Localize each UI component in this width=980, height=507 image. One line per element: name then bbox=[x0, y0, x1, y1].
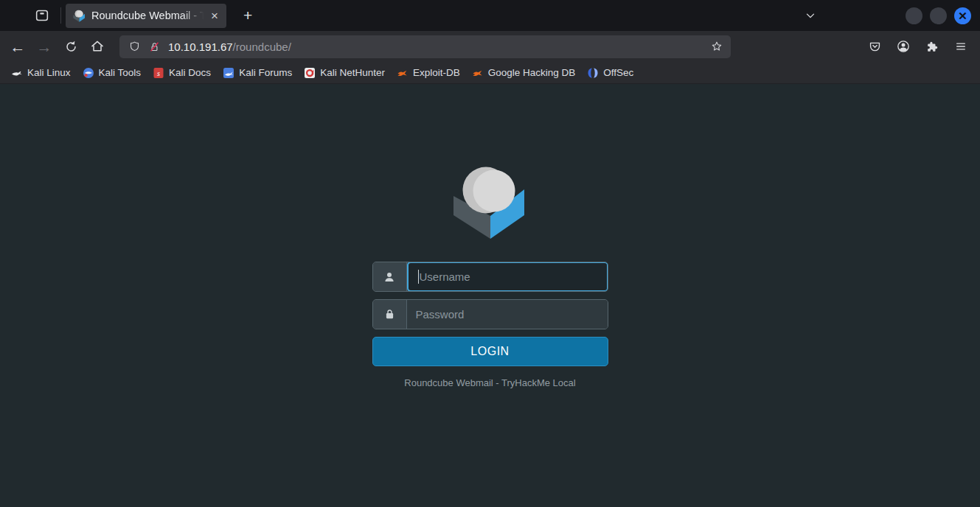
new-tab-button[interactable]: + bbox=[237, 5, 259, 26]
toolbar-separator bbox=[60, 7, 61, 24]
url-path: /roundcube/ bbox=[233, 41, 291, 53]
login-button[interactable]: LOGIN bbox=[372, 337, 608, 366]
back-button[interactable]: ← bbox=[6, 35, 29, 57]
bookmark-label: Exploit-DB bbox=[413, 67, 460, 78]
close-window-icon: ✕ bbox=[958, 10, 967, 21]
bookmark-kali-forums[interactable]: Kali Forums bbox=[218, 65, 296, 81]
bookmark-exploit-db[interactable]: Exploit-DB bbox=[392, 65, 465, 81]
shield-permissions-icon[interactable] bbox=[128, 41, 141, 53]
bookmark-kali-tools[interactable]: Kali Tools bbox=[78, 65, 146, 81]
bookmark-page-button[interactable] bbox=[710, 40, 723, 53]
pocket-button[interactable] bbox=[863, 35, 886, 57]
password-icon-cell bbox=[373, 300, 407, 329]
insecure-lock-icon[interactable] bbox=[148, 41, 161, 53]
back-arrow-icon: ← bbox=[10, 39, 26, 55]
password-field-group bbox=[372, 299, 608, 329]
page-content: LOGIN Roundcube Webmail - TryHackMe Loca… bbox=[0, 84, 980, 507]
tab-close-icon[interactable]: × bbox=[209, 9, 220, 23]
roundcube-favicon-icon bbox=[73, 10, 86, 22]
roundcube-logo bbox=[452, 164, 529, 240]
firefox-view-icon bbox=[34, 7, 50, 24]
firefox-view-button[interactable] bbox=[29, 4, 55, 27]
tab-roundcube[interactable]: Roundcube Webmail - Try × bbox=[66, 4, 226, 28]
tab-bar: Roundcube Webmail - Try × + ✕ bbox=[0, 0, 980, 31]
tab-title: Roundcube Webmail - Try bbox=[91, 10, 207, 21]
google-hacking-db-icon bbox=[472, 67, 484, 79]
menu-button[interactable] bbox=[949, 35, 973, 57]
lock-icon bbox=[383, 308, 396, 321]
bookmark-offsec[interactable]: OffSec bbox=[583, 65, 638, 81]
navigation-toolbar: ← → bbox=[0, 31, 980, 62]
bookmark-label: Kali Docs bbox=[169, 67, 211, 78]
reload-button[interactable] bbox=[59, 35, 83, 57]
star-icon bbox=[710, 40, 723, 53]
exploit-db-icon bbox=[397, 67, 409, 79]
username-field-group bbox=[372, 262, 608, 292]
chevron-down-icon bbox=[804, 9, 817, 22]
forward-button[interactable]: → bbox=[32, 35, 56, 57]
login-form: LOGIN bbox=[372, 262, 608, 366]
bookmark-label: Kali Forums bbox=[239, 67, 292, 78]
username-input[interactable] bbox=[409, 263, 607, 290]
bookmark-kali-linux[interactable]: Kali Linux bbox=[7, 65, 75, 81]
svg-text:s: s bbox=[157, 69, 160, 77]
bookmark-label: Kali NetHunter bbox=[320, 67, 385, 78]
bookmarks-toolbar: Kali Linux Kali Tools s Kali Docs bbox=[0, 62, 980, 84]
url-host: 10.10.191.67 bbox=[168, 41, 233, 53]
kali-docs-icon: s bbox=[153, 67, 164, 79]
login-footer-text: Roundcube Webmail - TryHackMe Local bbox=[404, 377, 575, 388]
close-window-button[interactable]: ✕ bbox=[954, 7, 971, 24]
url-bar[interactable]: 10.10.191.67/roundcube/ bbox=[119, 35, 731, 58]
user-icon bbox=[383, 270, 396, 284]
list-all-tabs-button[interactable] bbox=[804, 9, 817, 22]
bookmark-label: Kali Tools bbox=[99, 67, 142, 78]
kali-forums-icon bbox=[223, 67, 234, 79]
bookmark-kali-docs[interactable]: s Kali Docs bbox=[148, 65, 215, 81]
home-button[interactable] bbox=[86, 35, 109, 57]
kali-tools-icon bbox=[83, 67, 94, 79]
kali-dragon-icon bbox=[11, 67, 23, 79]
bookmark-label: Google Hacking DB bbox=[488, 67, 576, 78]
puzzle-piece-icon bbox=[925, 40, 939, 54]
url-text[interactable]: 10.10.191.67/roundcube/ bbox=[168, 41, 710, 53]
offsec-icon bbox=[587, 67, 599, 79]
hamburger-menu-icon bbox=[954, 40, 967, 53]
forward-arrow-icon: → bbox=[37, 39, 52, 55]
minimize-button[interactable] bbox=[906, 7, 922, 24]
extensions-button[interactable] bbox=[920, 35, 944, 57]
account-icon bbox=[896, 39, 911, 54]
account-button[interactable] bbox=[892, 35, 915, 57]
text-caret bbox=[418, 270, 419, 284]
home-icon bbox=[90, 39, 105, 54]
bookmark-kali-nethunter[interactable]: Kali NetHunter bbox=[299, 65, 389, 81]
bookmark-google-hacking-db[interactable]: Google Hacking DB bbox=[468, 65, 580, 81]
bookmark-label: OffSec bbox=[603, 67, 633, 78]
password-input[interactable] bbox=[407, 300, 608, 329]
username-icon-cell bbox=[373, 262, 407, 291]
kali-nethunter-icon bbox=[304, 67, 316, 79]
pocket-icon bbox=[868, 40, 882, 54]
maximize-button[interactable] bbox=[930, 7, 947, 24]
bookmark-label: Kali Linux bbox=[27, 67, 71, 78]
reload-icon bbox=[64, 40, 78, 54]
browser-window: Roundcube Webmail - Try × + ✕ ← → bbox=[0, 0, 980, 507]
